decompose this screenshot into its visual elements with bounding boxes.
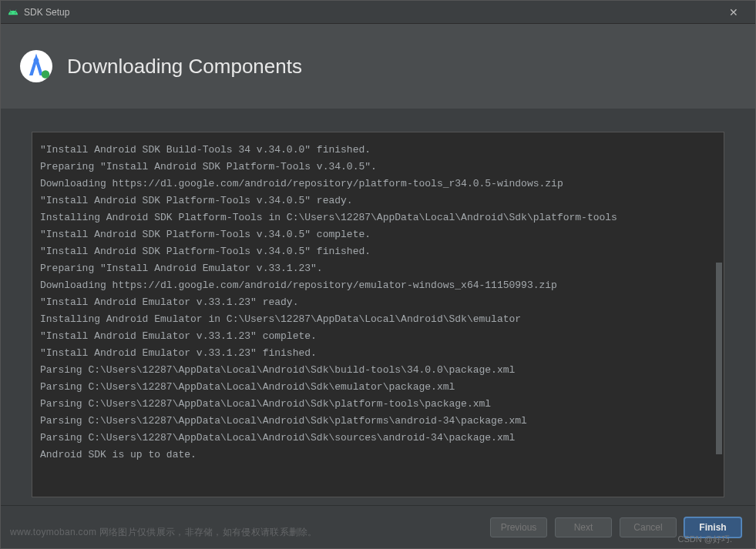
titlebar: SDK Setup ✕ [1,1,755,24]
log-text: "Install Android SDK Build-Tools 34 v.34… [40,142,716,464]
log-output: "Install Android SDK Build-Tools 34 v.34… [32,132,724,497]
finish-button[interactable]: Finish [684,517,741,537]
previous-button[interactable]: Previous [490,517,547,537]
log-scrollbar[interactable] [716,140,722,489]
wizard-header: Downloading Components [1,24,755,109]
svg-point-2 [42,70,50,79]
svg-point-1 [34,58,39,63]
next-button[interactable]: Next [555,517,612,537]
android-studio-logo-icon [18,48,55,85]
wizard-footer: Previous Next Cancel Finish [1,505,755,548]
scrollbar-thumb[interactable] [716,263,722,454]
content-area: "Install Android SDK Build-Tools 34 v.34… [1,109,755,505]
sdk-setup-window: SDK Setup ✕ Downloading Components "Inst… [0,0,756,549]
android-icon [7,6,19,18]
window-title: SDK Setup [24,7,69,18]
cancel-button[interactable]: Cancel [620,517,677,537]
page-title: Downloading Components [67,55,302,79]
close-icon[interactable]: ✕ [718,6,749,18]
